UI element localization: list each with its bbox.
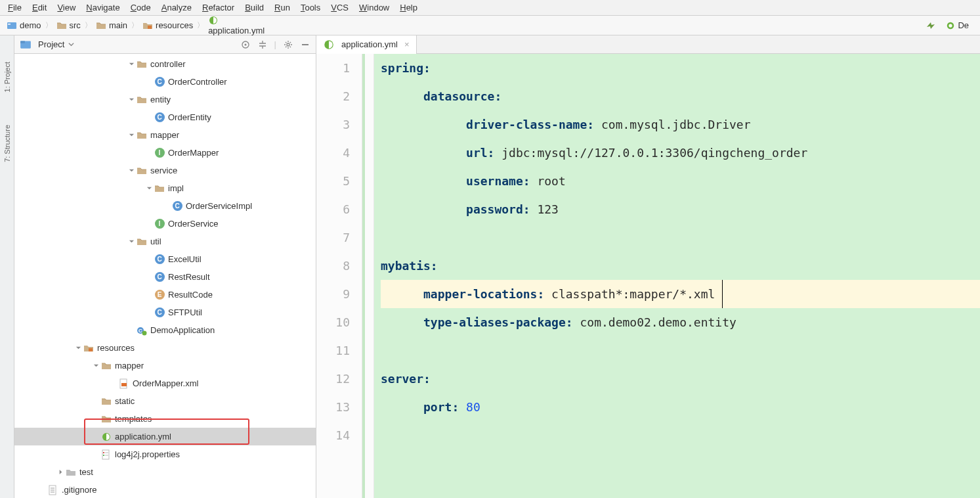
code-line-5[interactable]: username: root	[381, 167, 980, 195]
code-line-6[interactable]: password: 123	[381, 195, 980, 223]
chevron-right-icon[interactable]	[56, 469, 65, 475]
tool-window-bar-left: 1: Project7: Structure	[0, 35, 14, 498]
folder-icon	[154, 183, 165, 194]
tree-item-restresult[interactable]: CRestResult	[14, 268, 316, 286]
locate-icon[interactable]	[240, 39, 251, 50]
editor-tab-label: application.yml	[341, 39, 398, 49]
menu-code[interactable]: Code	[127, 1, 155, 14]
svg-text:C: C	[138, 328, 142, 334]
menu-refactor[interactable]: Refactor	[198, 1, 238, 14]
menu-navigate[interactable]: Navigate	[82, 1, 123, 14]
code-line-12[interactable]: server:	[381, 365, 980, 393]
chevron-right-icon: 〉	[85, 20, 92, 30]
menu-build[interactable]: Build	[241, 1, 268, 14]
run-config-button[interactable]: De	[941, 18, 973, 32]
svg-rect-15	[89, 348, 93, 351]
folder-icon	[136, 94, 148, 106]
editor-tab[interactable]: application.yml ×	[316, 35, 417, 54]
code-editor[interactable]: 1234567891011121314 spring: datasource: …	[316, 54, 980, 498]
svg-rect-22	[105, 452, 108, 453]
breadcrumb-main[interactable]: main	[93, 19, 130, 32]
minimize-icon[interactable]	[300, 39, 310, 50]
editor-area: application.yml × 1234567891011121314 sp…	[316, 35, 980, 498]
e-icon: E	[154, 289, 165, 301]
tree-item-service[interactable]: service	[14, 162, 316, 179]
code-line-2[interactable]: datasource:	[381, 82, 980, 110]
chevron-down-icon[interactable]	[127, 132, 136, 138]
tree-item-impl[interactable]: impl	[14, 179, 316, 197]
tree-item-static[interactable]: static	[14, 392, 316, 410]
tool-tab-structure[interactable]: 7: Structure	[3, 125, 11, 162]
folder-icon	[136, 58, 148, 70]
tree-item-application-yml[interactable]: application.yml	[14, 428, 316, 445]
breadcrumb-resources[interactable]: resources	[140, 19, 196, 32]
breadcrumb-demo[interactable]: demo	[4, 19, 44, 32]
gear-icon[interactable]	[283, 39, 293, 50]
breadcrumb-bar: demo〉src〉main〉resources〉application.yml …	[0, 16, 980, 35]
tree-item-mapper[interactable]: mapper	[14, 357, 316, 374]
c-icon: C	[171, 200, 183, 212]
chevron-down-icon[interactable]	[127, 61, 136, 67]
code-line-8[interactable]: mybatis:	[381, 252, 980, 280]
menu-analyze[interactable]: Analyze	[158, 1, 196, 14]
tree-item-test[interactable]: test	[14, 463, 316, 481]
svg-rect-23	[105, 455, 108, 456]
build-icon[interactable]	[926, 20, 936, 31]
code-line-13[interactable]: port: 80	[381, 393, 980, 421]
tree-item-entity[interactable]: entity	[14, 91, 316, 108]
tree-item-orderservice[interactable]: IOrderService	[14, 215, 316, 233]
tree-item--gitignore[interactable]: .gitignore	[14, 481, 316, 498]
code-line-4[interactable]: url: jdbc:mysql://127.0.0.1:3306/qingche…	[381, 139, 980, 167]
code-line-9[interactable]: mapper-locations: classpath*:mapper/*.xm…	[381, 280, 980, 308]
chevron-down-icon[interactable]	[68, 41, 74, 47]
expand-all-icon[interactable]	[257, 39, 268, 50]
tree-item-mapper[interactable]: mapper	[14, 126, 316, 144]
tree-item-controller[interactable]: controller	[14, 55, 316, 73]
code-line-7[interactable]	[381, 223, 980, 252]
tree-item-util[interactable]: util	[14, 233, 316, 250]
chevron-down-icon[interactable]	[144, 185, 154, 191]
tool-tab-project[interactable]: 1: Project	[3, 62, 11, 92]
spring-icon	[100, 431, 112, 443]
tree-item-resources[interactable]: resources	[14, 339, 316, 357]
project-panel-header: Project |	[14, 35, 316, 54]
tree-item-log4j2j-properties[interactable]: log4j2j.properties	[14, 445, 316, 463]
code-line-10[interactable]: type-aliases-package: com.demo02.demo.en…	[381, 308, 980, 336]
code-line-11[interactable]	[381, 336, 980, 365]
menu-window[interactable]: Window	[355, 1, 393, 14]
run-config-label: De	[958, 20, 969, 30]
tree-item-orderserviceimpl[interactable]: COrderServiceImpl	[14, 197, 316, 215]
breadcrumb-src[interactable]: src	[54, 19, 83, 32]
chevron-down-icon[interactable]	[74, 345, 83, 351]
tree-item-demoapplication[interactable]: CDemoApplication	[14, 321, 316, 339]
menu-edit[interactable]: Edit	[28, 1, 51, 14]
tree-item-ordercontroller[interactable]: COrderController	[14, 73, 316, 91]
breadcrumb-application.yml[interactable]: application.yml	[205, 14, 267, 37]
close-icon[interactable]: ×	[404, 39, 410, 49]
chevron-down-icon[interactable]	[127, 97, 136, 102]
menu-run[interactable]: Run	[270, 1, 294, 14]
tree-item-ordermapper[interactable]: IOrderMapper	[14, 144, 316, 162]
gitignore-icon	[47, 484, 59, 496]
tree-item-excelutil[interactable]: CExcelUtil	[14, 250, 316, 268]
project-panel: Project | controllerCOrderControllerenti…	[14, 35, 316, 498]
chevron-down-icon[interactable]	[91, 363, 100, 369]
menu-vcs[interactable]: VCS	[327, 1, 352, 14]
tree-item-resultcode[interactable]: EResultCode	[14, 286, 316, 304]
chevron-down-icon[interactable]	[127, 238, 136, 244]
menu-view[interactable]: View	[53, 1, 79, 14]
code-line-14[interactable]	[381, 421, 980, 449]
tree-item-templates[interactable]: templates	[14, 410, 316, 428]
code-line-3[interactable]: driver-class-name: com.mysql.jdbc.Driver	[381, 110, 980, 139]
tree-item-orderentity[interactable]: COrderEntity	[14, 108, 316, 126]
tree-item-sftputil[interactable]: CSFTPUtil	[14, 304, 316, 321]
project-tree[interactable]: controllerCOrderControllerentityCOrderEn…	[14, 54, 316, 498]
tree-item-ordermapper-xml[interactable]: OrderMapper.xml	[14, 374, 316, 392]
svg-rect-2	[148, 26, 152, 29]
chevron-right-icon: 〉	[45, 20, 53, 30]
menu-help[interactable]: Help	[396, 1, 421, 14]
menu-tools[interactable]: Tools	[297, 1, 324, 14]
menu-file[interactable]: File	[4, 1, 26, 14]
chevron-down-icon[interactable]	[127, 168, 136, 173]
code-line-1[interactable]: spring:	[381, 54, 980, 82]
